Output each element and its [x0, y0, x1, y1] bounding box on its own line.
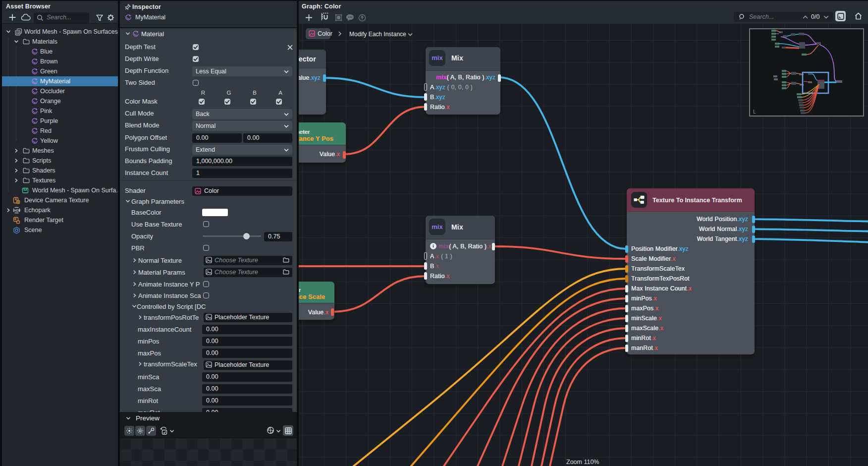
svg-text:HDR: HDR	[14, 209, 20, 212]
svg-text:L: L	[753, 109, 756, 115]
